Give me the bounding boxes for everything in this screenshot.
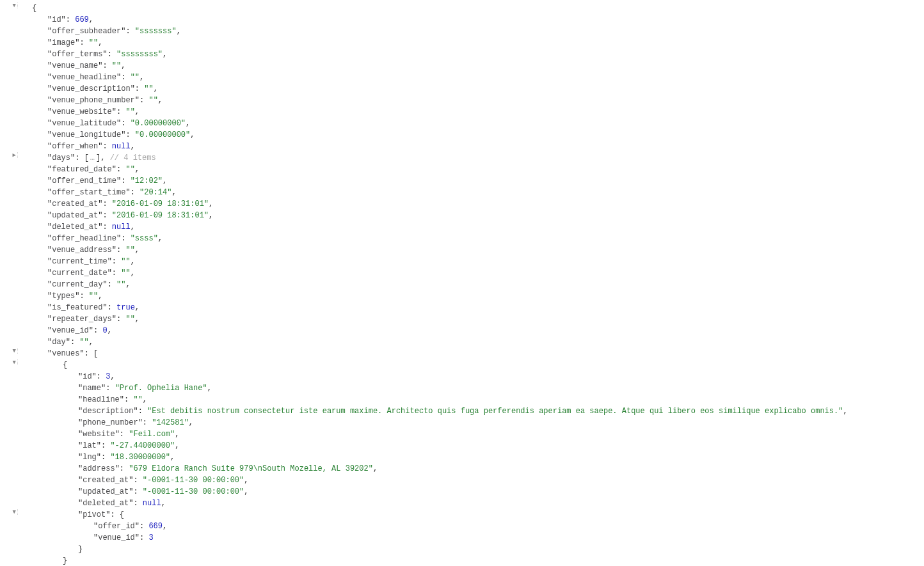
comma: , — [244, 487, 248, 496]
json-key: description — [83, 407, 133, 416]
item-count-comment: // 4 items — [110, 153, 156, 162]
brace: } — [63, 556, 67, 565]
json-string-value: "" — [112, 61, 121, 70]
quote: " — [112, 246, 116, 255]
json-key: address — [83, 464, 115, 473]
json-row: "offer_headline": "ssss", — [0, 233, 924, 244]
comma: , — [131, 257, 135, 266]
comma: , — [135, 303, 139, 312]
quote: " — [92, 372, 97, 381]
json-row: "venue_headline": "", — [0, 72, 924, 83]
json-row: "offer_terms": "ssssssss", — [0, 49, 924, 60]
disclosure-triangle-down-icon[interactable]: ▼ — [13, 360, 16, 366]
json-row: "deleted_at": null, — [0, 221, 924, 233]
row-content: "created_at": "2016-01-09 18:31:01", — [18, 198, 213, 210]
row-content: "offer_when": null, — [18, 141, 135, 152]
json-row: "phone_number": "142581", — [0, 417, 924, 428]
comma: , — [373, 464, 378, 473]
row-content: "deleted_at": null, — [18, 498, 166, 509]
colon: : — [139, 522, 148, 531]
json-string-value: "-0001-11-30 00:00:00" — [143, 487, 244, 496]
disclosure-triangle-down-icon[interactable]: ▼ — [13, 3, 16, 9]
json-key: venue_id — [52, 326, 89, 335]
json-string-value: "18.30000000" — [110, 453, 170, 462]
json-key: venues — [52, 349, 79, 358]
row-content: "venue_id": 0, — [18, 325, 112, 336]
comma: , — [135, 246, 139, 255]
json-row: "updated_at": "2016-01-09 18:31:01", — [0, 210, 924, 221]
json-row: "updated_at": "-0001-11-30 00:00:00", — [0, 486, 924, 498]
colon: : — [125, 27, 134, 36]
json-key: offer_terms — [52, 50, 102, 59]
disclosure-triangle-down-icon[interactable]: ▼ — [13, 349, 16, 354]
row-content: "id": 3, — [18, 371, 115, 382]
json-number-value: 669 — [75, 15, 89, 24]
json-string-value: "" — [89, 292, 98, 301]
json-key: venue_headline — [52, 73, 116, 82]
json-key: repeater_days — [52, 315, 112, 324]
quote: " — [115, 430, 120, 439]
json-string-value: "" — [125, 315, 134, 324]
json-row: "current_day": "", — [0, 279, 924, 290]
row-content: "phone_number": "142581", — [18, 417, 193, 428]
json-key: venue_description — [52, 84, 130, 93]
json-string-value: "" — [133, 395, 142, 404]
comma: , — [125, 280, 130, 289]
comma: , — [163, 177, 167, 185]
brace: { — [120, 510, 124, 519]
comma: , — [170, 453, 175, 462]
json-row: "name": "Prof. Ophelia Hane", — [0, 382, 924, 394]
comma: , — [98, 38, 102, 47]
quote: " — [97, 453, 101, 462]
json-key: id — [83, 372, 92, 381]
quote: " — [115, 464, 120, 473]
comma: , — [209, 200, 213, 208]
json-key: deleted_at — [83, 499, 129, 508]
comma: , — [131, 223, 135, 232]
colon: : — [116, 246, 125, 255]
json-literal-value: null — [112, 223, 131, 232]
brace: { — [32, 4, 36, 13]
row-content: "current_day": "", — [18, 279, 131, 290]
comma: , — [131, 142, 135, 151]
json-key: deleted_at — [52, 223, 98, 232]
json-key: offer_headline — [52, 234, 116, 243]
quote: " — [112, 107, 116, 116]
json-string-value: "2016-01-09 18:31:01" — [112, 200, 209, 208]
json-string-value: "142581" — [152, 418, 189, 427]
json-key: days — [52, 153, 70, 162]
json-string-value: "679 Eldora Ranch Suite 979\nSouth Mozel… — [129, 464, 373, 473]
colon: : — [97, 372, 106, 381]
colon: : — [139, 533, 148, 542]
json-row: ▶"days": [ … ], // 4 items — [0, 152, 924, 164]
disclosure-triangle-right-icon[interactable]: ▶ — [13, 153, 16, 159]
disclosure-triangle-down-icon[interactable]: ▼ — [13, 510, 16, 515]
colon: : — [120, 430, 129, 439]
colon: : — [120, 464, 129, 473]
comma: , — [161, 499, 166, 508]
json-key: name — [83, 384, 101, 393]
row-content: "repeater_days": "", — [18, 313, 139, 325]
json-string-value: "-0001-11-30 00:00:00" — [143, 476, 244, 485]
colon: : — [116, 165, 125, 174]
json-key: venue_latitude — [52, 119, 116, 128]
colon: : — [84, 349, 93, 358]
json-key: venue_name — [52, 61, 98, 70]
json-string-value: "0.00000000" — [135, 130, 190, 139]
row-content: "venue_headline": "", — [18, 72, 144, 83]
ellipsis-icon[interactable]: … — [90, 153, 95, 162]
json-row: "venue_id": 3 — [0, 532, 924, 544]
row-content: "venue_address": "", — [18, 244, 139, 256]
row-gutter: ▼ — [0, 348, 18, 354]
colon: : — [108, 303, 116, 312]
json-row: "featured_date": "", — [0, 164, 924, 175]
row-content: "id": 669, — [18, 14, 93, 26]
quote: " — [97, 441, 101, 450]
colon: : — [133, 499, 142, 508]
row-content: "is_featured": true, — [18, 302, 139, 313]
json-key: venue_longitude — [52, 130, 121, 139]
colon: : — [102, 61, 111, 70]
quote: " — [79, 349, 84, 358]
json-literal-value: true — [116, 303, 135, 312]
row-content: "updated_at": "2016-01-09 18:31:01", — [18, 210, 213, 221]
